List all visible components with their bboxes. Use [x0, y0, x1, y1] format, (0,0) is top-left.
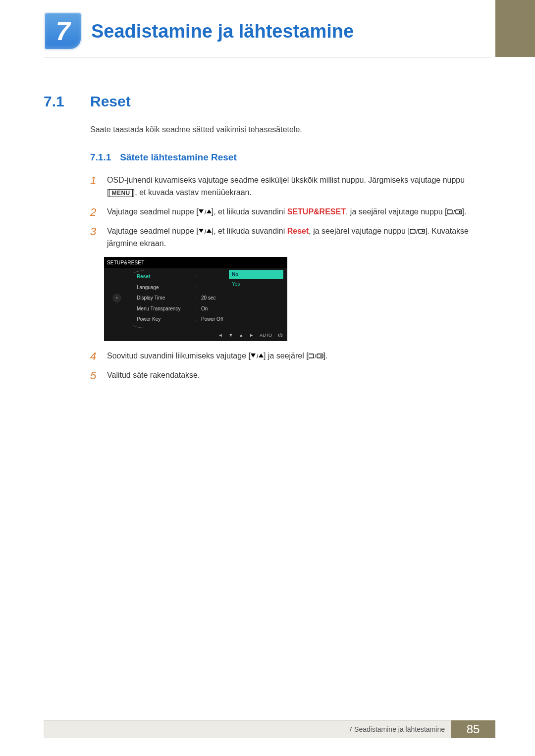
svg-text:/: /: [453, 209, 455, 215]
svg-marker-14: [251, 353, 256, 357]
svg-text:/: /: [315, 353, 317, 359]
svg-marker-7: [199, 229, 204, 233]
svg-rect-17: [309, 354, 314, 358]
subsection-title: Sätete lähtestamine Reset: [120, 150, 237, 164]
source-enter-icon: /: [410, 229, 425, 235]
nav-up-icon: ▲: [239, 332, 243, 339]
osd-row: Power Key:Power Off: [137, 314, 283, 325]
svg-marker-9: [207, 229, 212, 233]
osd-arc-divider: [126, 271, 137, 325]
svg-marker-16: [259, 353, 264, 357]
source-enter-icon: /: [309, 353, 323, 359]
page-number: 85: [451, 720, 495, 738]
osd-footer-icons: ◄ ▼ ▲ ► AUTO ⏻: [108, 329, 283, 339]
menu-key-icon: MENU: [109, 189, 132, 197]
step-item: 3 Vajutage seadmel nuppe [/], et liikuda…: [90, 225, 491, 250]
step-text: Vajutage seadmel nuppe [/], et liikuda s…: [107, 206, 466, 218]
subsection-number: 7.1.1: [90, 150, 111, 164]
section-heading: 7.1 Reset: [44, 93, 491, 110]
step-text: Vajutage seadmel nuppe [/], et liikuda s…: [107, 225, 491, 250]
step-number: 5: [90, 369, 100, 382]
section-intro: Saate taastada kõik seadme sätted vaikim…: [90, 124, 491, 136]
nav-left-icon: ◄: [218, 332, 222, 339]
subsection-heading: 7.1.1 Sätete lähtestamine Reset: [90, 150, 491, 164]
chapter-number-badge: 7: [44, 12, 82, 50]
svg-text:/: /: [416, 229, 418, 235]
setup-reset-keyword: SETUP&RESET: [287, 207, 346, 216]
down-up-arrows-icon: /: [199, 209, 212, 215]
step-text: Soovitud suvandini liikumiseks vajutage …: [107, 350, 328, 362]
osd-row: Menu Transparency:On: [137, 303, 283, 314]
power-icon: ⏻: [278, 332, 282, 339]
step-item: 5 Valitud säte rakendatakse.: [90, 369, 491, 382]
auto-label: AUTO: [260, 332, 272, 339]
step-item: 1 OSD-juhendi kuvamiseks vajutage seadme…: [90, 174, 491, 199]
source-enter-icon: /: [447, 209, 462, 215]
header-divider: [44, 57, 491, 58]
chapter-title: Seadistamine ja lähtestamine: [91, 21, 354, 42]
svg-marker-6: [459, 211, 461, 213]
reset-keyword: Reset: [287, 227, 309, 235]
page-footer: 7 Seadistamine ja lähtestamine 85: [44, 720, 535, 738]
down-up-arrows-icon: /: [199, 229, 212, 235]
chapter-header: 7 Seadistamine ja lähtestamine: [44, 12, 354, 50]
step-list-continued: 4 Soovitud suvandini liikumiseks vajutag…: [90, 350, 491, 382]
svg-rect-3: [447, 210, 452, 214]
step-number: 1: [90, 174, 100, 199]
svg-marker-20: [321, 355, 322, 357]
osd-option-no: No: [229, 270, 283, 280]
footer-bar: 7 Seadistamine ja lähtestamine: [44, 720, 451, 738]
step-list: 1 OSD-juhendi kuvamiseks vajutage seadme…: [90, 174, 491, 250]
step-text: Valitud säte rakendatakse.: [107, 369, 200, 382]
step-item: 2 Vajutage seadmel nuppe [/], et liikuda…: [90, 206, 491, 218]
footer-chapter-ref: 7 Seadistamine ja lähtestamine: [348, 725, 445, 733]
step-number: 3: [90, 225, 100, 250]
step-item: 4 Soovitud suvandini liikumiseks vajutag…: [90, 350, 491, 362]
step-number: 2: [90, 206, 100, 218]
edge-accent-strip: [495, 0, 535, 57]
osd-row: Display Time:20 sec: [137, 293, 283, 303]
osd-title: SETUP&RESET: [104, 257, 287, 269]
osd-value-popup: No Yes: [229, 270, 283, 289]
svg-text:/: /: [205, 209, 207, 215]
jog-wheel-icon: [108, 271, 126, 325]
svg-marker-13: [422, 230, 424, 232]
step-text: OSD-juhendi kuvamiseks vajutage seadme e…: [107, 174, 491, 199]
svg-rect-10: [410, 229, 415, 233]
osd-screenshot: SETUP&RESET Reset: Language: Display Tim…: [104, 257, 491, 341]
svg-text:/: /: [205, 229, 207, 235]
section-number: 7.1: [44, 93, 73, 110]
down-up-arrows-icon: /: [251, 353, 264, 359]
svg-marker-2: [207, 209, 212, 213]
svg-marker-0: [199, 209, 204, 213]
nav-right-icon: ►: [249, 332, 254, 339]
svg-text:/: /: [257, 353, 259, 359]
nav-down-icon: ▼: [228, 332, 233, 339]
osd-option-yes: Yes: [229, 279, 283, 289]
step-number: 4: [90, 350, 100, 362]
section-title: Reset: [90, 93, 131, 110]
